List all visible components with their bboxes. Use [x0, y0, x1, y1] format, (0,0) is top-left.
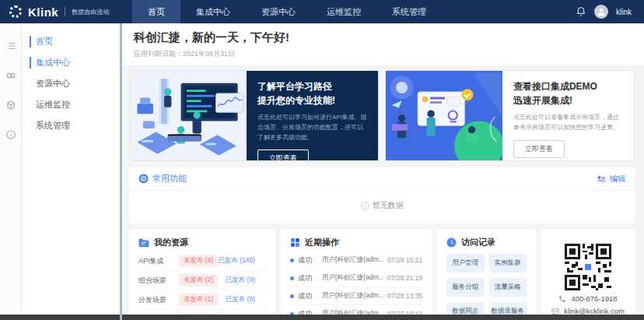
integration-demo-banner: 查看接口集成DEMO 迅速开展集成! 点击此处可以查看集成示例场景，通过参考示例…	[385, 70, 635, 161]
operation-description: 用户[科创汇捷(adm...	[322, 255, 383, 265]
window-bottom-edge	[0, 315, 644, 320]
status-dot-icon	[290, 294, 294, 298]
access-records-title: 访问记录	[461, 237, 495, 248]
logo-separator	[65, 7, 65, 16]
banner-description: 点击此处可以查看集成示例场景，通过参考示例场景可以加快您的学习进展。	[513, 113, 623, 133]
compass-pin-icon	[138, 174, 149, 184]
shortcut-user-management[interactable]: 用户管理	[446, 254, 485, 273]
nav-tab-integration-center[interactable]: 集成中心	[180, 0, 246, 23]
operation-row: 成功 用户[科创汇捷(adm... 07/28 21:19	[290, 269, 422, 287]
recent-operations-card: 近期操作 成功 用户[科创汇捷(adm... 07/29 15:21 成功 用户…	[281, 230, 432, 320]
operation-status: 成功	[298, 291, 318, 301]
unpublished-count[interactable]: 未发布 (8)	[179, 255, 218, 267]
unpublished-count[interactable]: 未发布 (2)	[179, 274, 218, 287]
resource-row: 分发场景 未发布 (1) 已发布 (0)	[138, 290, 266, 310]
greeting-title: 科创汇捷，新的一天，下午好!	[134, 30, 630, 45]
banner-title-line1: 查看接口集成DEMO	[513, 79, 623, 93]
clock-icon	[446, 237, 457, 248]
link-icon[interactable]	[5, 70, 16, 81]
shortcut-instance-cluster[interactable]: 实例集群	[489, 254, 527, 273]
greeting-section: 科创汇捷，新的一天，下午好! 应用到期日期：2021年08月31日	[120, 23, 644, 65]
operation-time: 07/29 15:21	[387, 256, 422, 264]
whiteboard-illustration-icon	[386, 71, 502, 160]
common-functions-title: 常用功能	[138, 173, 187, 185]
learning-path-illustration	[130, 71, 247, 160]
sidebar-item-ops-monitor[interactable]: 运维监控	[22, 94, 120, 115]
mail-icon	[551, 308, 559, 315]
logo-tagline: 数据自由流动	[72, 8, 109, 16]
resource-name: 分发场景	[138, 295, 179, 305]
shortcut-service-group[interactable]: 服务分组	[446, 278, 485, 297]
icon-rail	[0, 23, 22, 320]
operation-status: 成功	[298, 255, 318, 265]
sidebar-item-home[interactable]: 首页	[22, 31, 120, 52]
user-avatar[interactable]	[594, 5, 608, 19]
bottom-cards-row: 我的资源 API集成 未发布 (8) 已发布 (140) 组合场景 未发布 (2…	[129, 230, 635, 320]
common-functions-label: 常用功能	[152, 173, 187, 185]
recent-operations-title: 近期操作	[305, 237, 339, 248]
sidebar-item-system-mgmt[interactable]: 系统管理	[22, 115, 120, 136]
info-circle-icon	[361, 202, 369, 210]
app-window: Klink 数据自由流动 首页 集成中心 资源中心 运维监控 系统管理 klin…	[0, 0, 644, 320]
resource-row: 组合场景 未发布 (2) 已发布 (9)	[138, 271, 266, 290]
status-dot-icon	[290, 276, 294, 280]
access-records-header: 访问记录	[446, 237, 527, 248]
nav-tab-ops-monitor[interactable]: 运维监控	[311, 0, 376, 23]
operation-row: 成功 用户[科创汇捷(adm... 07/29 15:21	[290, 251, 422, 269]
logo-text: Klink	[28, 5, 58, 19]
klink-logo-icon	[9, 5, 22, 18]
sidebar-scrollbar[interactable]	[120, 23, 122, 320]
empty-state: 暂无数据	[129, 191, 635, 223]
common-functions-card: 常用功能 编辑 暂无数据	[129, 167, 635, 223]
access-records-card: 访问记录 用户管理 实例集群 服务分组 流量策略 数据同步 数据库服务	[437, 230, 536, 320]
header-right: klink	[576, 0, 644, 23]
operation-status: 成功	[298, 273, 318, 283]
empty-state-text: 暂无数据	[373, 200, 404, 211]
published-count[interactable]: 已发布 (0)	[226, 295, 255, 304]
banner-title-line2: 迅速开展集成!	[513, 93, 623, 107]
package-icon[interactable]	[5, 100, 16, 111]
nav-tab-resource-center[interactable]: 资源中心	[246, 0, 311, 23]
view-learning-path-button[interactable]: 立即查看	[257, 149, 309, 161]
integration-demo-text: 查看接口集成DEMO 迅速开展集成! 点击此处可以查看集成示例场景，通过参考示例…	[502, 71, 634, 160]
learning-path-text: 了解平台学习路径 提升您的专业技能! 点击此处可以学习如何进行API集成、组合场…	[247, 71, 378, 160]
published-count[interactable]: 已发布 (9)	[226, 276, 255, 285]
edit-settings-icon	[597, 174, 606, 184]
edit-label: 编辑	[610, 174, 625, 185]
status-dot-icon	[290, 258, 294, 262]
phone-line: 400-676-1918	[558, 294, 617, 303]
app-expiry-date: 应用到期日期：2021年08月31日	[134, 49, 630, 59]
access-shortcut-grid: 用户管理 实例集群 服务分组 流量策略 数据同步 数据库服务	[446, 254, 527, 320]
top-nav: 首页 集成中心 资源中心 运维监控 系统管理	[132, 0, 442, 23]
grid-icon	[290, 237, 300, 248]
main-content: 科创汇捷，新的一天，下午好! 应用到期日期：2021年08月31日	[120, 23, 644, 320]
top-header: Klink 数据自由流动 首页 集成中心 资源中心 运维监控 系统管理 klin…	[0, 0, 644, 23]
recent-operations-header: 近期操作	[290, 237, 422, 248]
operation-row: 成功 用户[科创汇捷(adm... 07/28 13:35	[290, 287, 422, 305]
integration-demo-illustration	[386, 71, 502, 160]
unpublished-count[interactable]: 未发布 (1)	[179, 294, 218, 306]
resource-row: API集成 未发布 (8) 已发布 (140)	[138, 251, 266, 271]
view-demo-button[interactable]: 立即查看	[513, 140, 565, 158]
logo: Klink 数据自由流动	[0, 0, 132, 23]
published-count[interactable]: 已发布 (140)	[218, 256, 255, 265]
edit-button[interactable]: 编辑	[597, 174, 625, 185]
my-resources-header: 我的资源	[138, 237, 266, 248]
notification-bell-icon[interactable]	[576, 6, 586, 17]
learning-path-banner: 了解平台学习路径 提升您的专业技能! 点击此处可以学习如何进行API集成、组合场…	[129, 70, 379, 161]
username-label[interactable]: klink	[616, 8, 632, 16]
sidebar-item-resource-center[interactable]: 资源中心	[22, 73, 120, 94]
menu-list-icon[interactable]	[5, 40, 16, 51]
resource-name: 组合场景	[138, 276, 179, 286]
shortcut-traffic-policy[interactable]: 流量策略	[489, 278, 527, 297]
nav-tab-home[interactable]: 首页	[132, 0, 180, 23]
banner-row: 了解平台学习路径 提升您的专业技能! 点击此处可以学习如何进行API集成、组合场…	[129, 70, 635, 161]
operation-description: 用户[科创汇捷(adm...	[322, 273, 383, 283]
sidebar-item-integration-center[interactable]: 集成中心	[22, 52, 120, 73]
banner-title-line1: 了解平台学习路径	[257, 79, 367, 93]
operation-description: 用户[科创汇捷(adm...	[322, 291, 383, 301]
operation-time: 07/28 21:19	[387, 274, 422, 282]
info-icon[interactable]	[5, 129, 16, 140]
nav-tab-system-mgmt[interactable]: 系统管理	[376, 0, 442, 23]
banner-description: 点击此处可以学习如何进行API集成、组合场景、分发场景的功能配置，还可以了解更多…	[257, 113, 367, 142]
